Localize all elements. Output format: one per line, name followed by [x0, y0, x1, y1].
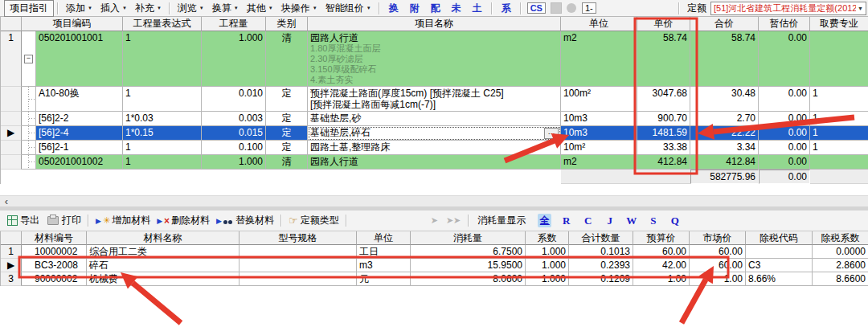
quick-tu-button[interactable]: 土	[467, 2, 488, 15]
cell-code[interactable]: [56]2-1	[36, 141, 123, 155]
chevron-left-icon[interactable]: ‹	[0, 197, 13, 206]
cell-expr[interactable]: 1*0.03	[123, 112, 202, 126]
column-header[interactable]: 除税系数	[813, 231, 868, 245]
cell-price[interactable]: 58.74	[637, 31, 690, 87]
filter-all-button[interactable]: 全	[538, 214, 551, 227]
cell-cons[interactable]: 6.7500	[411, 245, 526, 259]
cell-market[interactable]: 1.00	[690, 272, 746, 286]
column-header[interactable]: 消耗量	[411, 231, 526, 245]
cell-unit[interactable]: m3	[357, 259, 411, 272]
cell-spec[interactable]: 1	[810, 141, 868, 155]
row-header-cell[interactable]	[1, 87, 22, 112]
cell-price[interactable]: 900.70	[637, 112, 690, 126]
cell-unit[interactable]: 100m²	[561, 87, 637, 112]
cell-expr[interactable]: 1	[123, 31, 202, 87]
cell-cat[interactable]: 定	[266, 126, 308, 141]
cell-total[interactable]: 412.84	[690, 155, 759, 170]
cell-spec[interactable]	[240, 245, 357, 259]
cell-code[interactable]: 050201001001	[36, 31, 123, 87]
cell-unit[interactable]: m2	[561, 31, 637, 87]
selected-row-marker[interactable]: ▶	[1, 126, 22, 141]
column-header[interactable]: 项目编码	[22, 17, 123, 31]
forward-arrow-icon[interactable]: ➤	[431, 215, 438, 226]
cell-taxcode[interactable]	[746, 245, 813, 259]
column-header[interactable]: 取费专业	[810, 17, 868, 31]
table-row[interactable]: ▶[56]2-41*0.150.015定基础垫层,碎石…10m31481.592…	[1, 126, 868, 141]
cell-qty[interactable]: 0.100	[202, 141, 266, 155]
forward-all-arrow-icon[interactable]: ➤➤	[446, 215, 461, 226]
cell-unit[interactable]: 10m3	[561, 126, 637, 141]
menu-convert[interactable]: 换算▼	[208, 1, 243, 16]
quota-type-button[interactable]: ☞ 定额类型	[285, 213, 342, 228]
cell-unit[interactable]: m2	[561, 155, 637, 170]
cell-coef[interactable]: 1.000	[526, 259, 569, 272]
cell-budget[interactable]: 60.00	[633, 245, 690, 259]
column-header[interactable]: 暂估价	[759, 17, 810, 31]
cell-spec[interactable]: 1	[810, 126, 868, 141]
horizontal-scrollbar[interactable]: ‹	[0, 195, 868, 207]
cell-code[interactable]: [56]2-4	[36, 126, 123, 141]
column-header[interactable]: 工程量表达式	[123, 17, 202, 31]
cell-name[interactable]: 碎石	[87, 259, 240, 272]
cell-expr[interactable]: 1	[123, 141, 202, 155]
cell-qty[interactable]: 0.010	[202, 87, 266, 112]
cell-expr[interactable]: 1	[123, 155, 202, 170]
cell-name[interactable]: 预拌混凝土路面(厚度15cm) [预拌混凝土 C25][预拌混凝土路面每减1cm…	[308, 87, 561, 112]
cell-name[interactable]: 园路人行道	[308, 155, 561, 170]
column-header[interactable]: 项目名称	[308, 17, 561, 31]
filter-w-button[interactable]: W	[624, 215, 638, 227]
table-row[interactable]: 1−05020100100111.000清园路人行道1.80厚混凝土面层2.30…	[1, 31, 868, 87]
menu-smart-pricing[interactable]: 智能组价▼	[321, 1, 375, 16]
cell-qty[interactable]: 0.1013	[569, 245, 633, 259]
cell-cat[interactable]: 清	[266, 155, 308, 170]
cell-market[interactable]: 60.00	[690, 245, 746, 259]
column-header[interactable]: 单位	[357, 231, 411, 245]
cell-est[interactable]: 0.00	[759, 112, 810, 126]
menu-browse[interactable]: 浏览▼	[174, 1, 208, 16]
menu-supplement[interactable]: 补充▼	[131, 1, 166, 16]
filter-r-button[interactable]: R	[559, 215, 573, 227]
cell-taxcode[interactable]: 8.66%	[746, 272, 813, 286]
replace-material-button[interactable]: ▶ 替换材料	[213, 213, 277, 228]
cell-budget[interactable]: 1.00	[633, 272, 690, 286]
cell-name[interactable]: 基础垫层,碎石…	[308, 126, 561, 141]
cell-taxcoef[interactable]: 0.0000	[813, 245, 868, 259]
row-header-cell[interactable]: 1	[1, 245, 22, 259]
menu-other[interactable]: 其他▼	[243, 1, 277, 16]
column-header[interactable]: 工程量	[202, 17, 266, 31]
filter-q-button[interactable]: Q	[668, 215, 682, 227]
cell-price[interactable]: 412.84	[637, 155, 690, 170]
cell-cat[interactable]: 定	[266, 141, 308, 155]
cell-price[interactable]: 3047.68	[637, 87, 690, 112]
quick-wei-button[interactable]: 未	[446, 2, 467, 15]
menu-insert[interactable]: 插入▼	[96, 1, 131, 16]
cell-spec[interactable]	[810, 31, 868, 87]
row-header-cell[interactable]: 1	[1, 31, 22, 87]
column-header[interactable]: 预算价	[633, 231, 690, 245]
project-guide-button[interactable]: 项目指引	[4, 0, 54, 17]
menu-block-ops[interactable]: 块操作▼	[277, 1, 321, 16]
export-button[interactable]: 导出	[4, 213, 43, 228]
ellipsis-button[interactable]: …	[544, 128, 559, 139]
table-row[interactable]: ▶BC3-2008碎石m315.95001.0000.239342.0060.0…	[1, 259, 868, 272]
cell-price[interactable]: 1481.59	[637, 126, 690, 141]
collapse-icon[interactable]: −	[24, 55, 33, 63]
table-row[interactable]: 110000002综合用工二类工日6.75001.0000.101360.006…	[1, 245, 868, 259]
cell-qty[interactable]: 0.2393	[569, 259, 633, 272]
quick-pei-button[interactable]: 配	[425, 2, 446, 15]
cell-price[interactable]: 33.38	[637, 141, 690, 155]
row-header-cell[interactable]	[1, 141, 22, 155]
quick-fu-button[interactable]: 附	[404, 2, 425, 15]
row-header-cell[interactable]	[1, 155, 22, 170]
cell-spec[interactable]	[240, 272, 357, 286]
cell-total[interactable]: 22.22	[690, 126, 759, 141]
quick-xi-button[interactable]: 系	[496, 2, 517, 15]
print-button[interactable]: 打印	[43, 213, 84, 228]
row-header-cell[interactable]: 3	[1, 272, 22, 286]
cell-total[interactable]: 3.34	[690, 141, 759, 155]
column-header[interactable]: 合计数量	[569, 231, 633, 245]
cell-total[interactable]: 58.74	[690, 31, 759, 87]
cell-qty[interactable]: 0.015	[202, 126, 266, 141]
cell-taxcode[interactable]: C3	[746, 259, 813, 272]
cell-code[interactable]: 050201001002	[36, 155, 123, 170]
